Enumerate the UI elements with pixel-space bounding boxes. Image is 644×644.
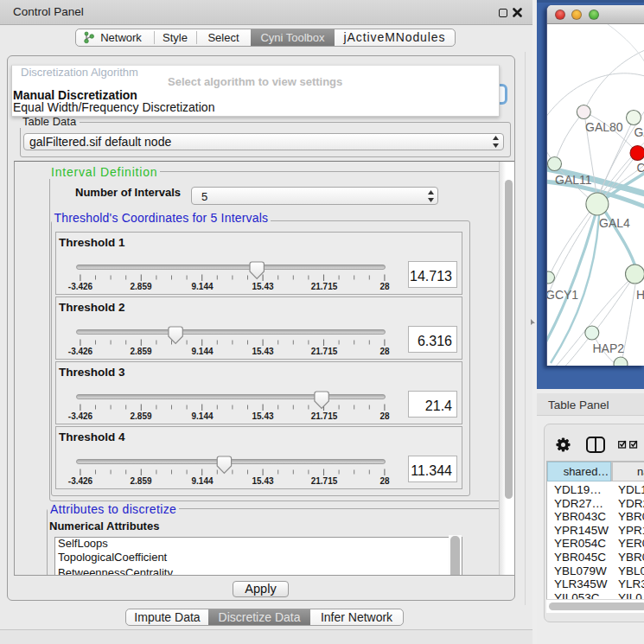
svg-text:GAL11: GAL11	[555, 173, 592, 187]
svg-text:GA: GA	[634, 125, 644, 139]
svg-text:GAL4: GAL4	[599, 216, 630, 230]
svg-text:C: C	[637, 161, 644, 175]
svg-text:GAL80: GAL80	[585, 120, 623, 134]
svg-text:H: H	[636, 288, 644, 302]
svg-text:HAP2: HAP2	[593, 341, 625, 355]
svg-text:GCY1: GCY1	[547, 288, 578, 302]
